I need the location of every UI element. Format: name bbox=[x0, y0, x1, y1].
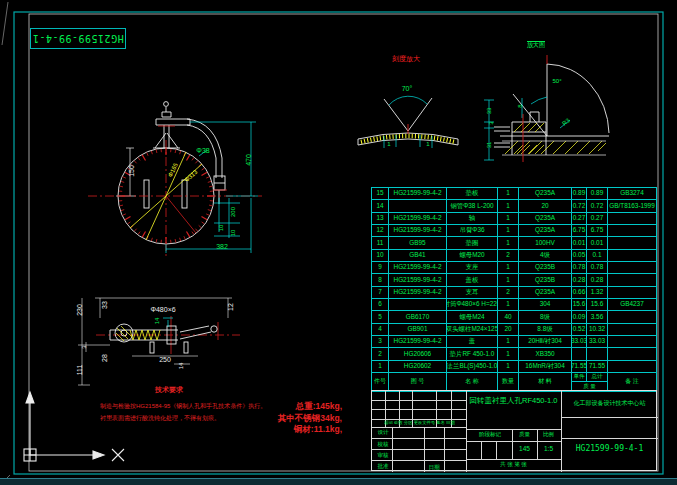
bom-cell: 双头螺柱M24×125 bbox=[447, 324, 498, 335]
section-hatch bbox=[502, 123, 606, 155]
flange-detail-view bbox=[484, 55, 609, 162]
bom-cell: HG21599-99-4-2 bbox=[389, 188, 447, 199]
bom-cell: Q235B bbox=[519, 262, 572, 273]
title-block: 回转盖衬里人孔RF450-1.0 化工部设备设计技术中心站 HG21599-99… bbox=[371, 390, 657, 471]
bom-header-remark: 备 注 bbox=[608, 373, 656, 391]
sig-approve: 批准 bbox=[374, 464, 392, 470]
dim-14-bot: 14 bbox=[178, 363, 184, 370]
dial-pointer bbox=[166, 196, 196, 233]
bom-cell: 0.05 bbox=[572, 250, 587, 261]
scale-detail-view bbox=[358, 96, 458, 148]
bom-header-dwg: 图 号 bbox=[389, 373, 447, 391]
bom-cell: 垫片RF 450-1.0 bbox=[447, 348, 498, 359]
bom-cell: Q235A bbox=[519, 225, 572, 236]
cad-drawing-viewport[interactable]: HG21599-99-4-1 Φ384703822001010150Φ165Φ3… bbox=[0, 0, 677, 485]
bom-cell: 5 bbox=[372, 311, 389, 322]
crosshair-x bbox=[112, 449, 124, 461]
bom-cell: Q235A bbox=[519, 287, 572, 298]
bom-cell: HG21599-99-4-2 bbox=[389, 336, 447, 347]
bom-cell: 0.1 bbox=[587, 250, 608, 261]
sig-design: 设计 bbox=[374, 430, 392, 436]
dim-10-b: 10 bbox=[230, 230, 236, 237]
bom-cell: 1 bbox=[372, 361, 389, 372]
mass-label: 质量 bbox=[512, 432, 537, 438]
sig-review: 审核 bbox=[374, 453, 392, 459]
bom-cell: 7 bbox=[372, 287, 389, 298]
bom-cell: 71.55 bbox=[572, 361, 587, 372]
bom-header-total-weight: 总计 bbox=[587, 373, 607, 381]
bom-row: 3HG21599-99-4-2盖120HⅡ/衬30433.0333.03 bbox=[372, 336, 656, 348]
dim-28: 28 bbox=[101, 354, 108, 362]
scale-value: 1:5 bbox=[537, 446, 560, 453]
dim-50deg: 50° bbox=[552, 78, 561, 84]
corner-stamp: HG21599-99-4-1 bbox=[30, 28, 126, 49]
dim-10-a: 10 bbox=[218, 225, 224, 232]
bom-cell: 20 bbox=[519, 200, 572, 211]
curved-strip bbox=[358, 133, 458, 145]
tech-req-title: 技术要求 bbox=[141, 386, 197, 393]
bom-row: 4GB901双头螺柱M24×125208.8级0.5210.32 bbox=[372, 324, 656, 336]
bom-cell: 9 bbox=[372, 262, 389, 273]
bom-row: 1HG20602法兰BL(S)450-1.0116MnR/衬30471.5571… bbox=[372, 361, 656, 373]
bom-cell: 1 bbox=[498, 361, 519, 372]
bom-row: 9HG21599-99-4-2支座1Q235B0.780.78 bbox=[372, 262, 656, 274]
mass-copper: 铜材:11.1kg, bbox=[252, 424, 342, 436]
dim-line-382 bbox=[166, 198, 251, 253]
tech-req-line: 衬里表面需进行酸洗钝化处理，不得有划痕。 bbox=[100, 415, 220, 421]
bom-cell bbox=[608, 311, 656, 322]
dim-8: 8 bbox=[517, 104, 523, 107]
bom-cell bbox=[608, 287, 656, 298]
bom-cell: 6 bbox=[372, 299, 389, 310]
bom-cell bbox=[608, 262, 656, 273]
dim-3b: 3 bbox=[488, 121, 494, 124]
window-edge-artifact bbox=[2, 2, 10, 483]
bom-cell: 13 bbox=[372, 213, 389, 224]
bom-cell: 螺母M20 bbox=[447, 250, 498, 261]
bom-cell: 16MnR/衬304 bbox=[519, 361, 572, 372]
bom-cell: 11 bbox=[372, 237, 389, 248]
bom-cell: 0.78 bbox=[572, 262, 587, 273]
bom-cell: 1 bbox=[498, 274, 519, 285]
bom-cell: 0.09 bbox=[572, 311, 587, 322]
bom-cell: GB/T8163-1999 bbox=[608, 200, 656, 211]
bom-row: 10GB41螺母M2024级0.050.1 bbox=[372, 250, 656, 262]
view-label-detail: 放大图 bbox=[527, 42, 545, 48]
bom-cell: 1.32 bbox=[587, 287, 608, 298]
bom-cell: 4 bbox=[372, 324, 389, 335]
bom-cell: 0.52 bbox=[572, 324, 587, 335]
bom-cell: 1 bbox=[498, 188, 519, 199]
mass-stainless: 其中不锈钢34kg, bbox=[252, 413, 342, 425]
dim-1-b: 1 bbox=[426, 141, 429, 147]
drawing-title: 回转盖衬里人孔RF450-1.0 bbox=[467, 397, 560, 405]
bom-row: 8HG21599-99-4-2盖板1Q235B0.280.28 bbox=[372, 274, 656, 286]
bom-cell: 0.28 bbox=[587, 274, 608, 285]
mass-total: 总重:145kg, bbox=[252, 401, 342, 413]
bom-cell: HG21599-99-4-2 bbox=[389, 287, 447, 298]
bom-cell: HG20606 bbox=[389, 348, 447, 359]
bom-cell bbox=[608, 274, 656, 285]
bom-header-item: 件号 bbox=[372, 373, 389, 391]
bom-cell: 3.56 bbox=[587, 311, 608, 322]
bom-cell: 0.27 bbox=[587, 213, 608, 224]
bom-cell: 6.75 bbox=[572, 225, 587, 236]
bom-cell: 1 bbox=[498, 336, 519, 347]
bom-cell: 0.28 bbox=[572, 274, 587, 285]
bom-cell bbox=[389, 200, 447, 211]
bom-cell: 20HⅡ/衬304 bbox=[519, 336, 572, 347]
scale-label: 比例 bbox=[537, 432, 560, 438]
bom-cell: 2 bbox=[498, 287, 519, 298]
bom-cell: 1 bbox=[498, 299, 519, 310]
bom-cell: 0.89 bbox=[587, 188, 608, 199]
bom-cell: 71.55 bbox=[587, 361, 608, 372]
sig-check: 校核 bbox=[374, 442, 392, 448]
bom-cell: 垫板 bbox=[447, 188, 498, 199]
mass-value: 145 bbox=[512, 446, 537, 453]
dim-3: 3 bbox=[81, 345, 87, 348]
company-name: 化工部设备设计技术中心站 bbox=[562, 400, 657, 406]
bom-cell: 6.75 bbox=[587, 225, 608, 236]
bom-cell: GB41 bbox=[389, 250, 447, 261]
bom-cell bbox=[389, 299, 447, 310]
bom-cell bbox=[608, 237, 656, 248]
dim-33: 33 bbox=[101, 301, 108, 309]
bom-cell: 盖板 bbox=[447, 274, 498, 285]
